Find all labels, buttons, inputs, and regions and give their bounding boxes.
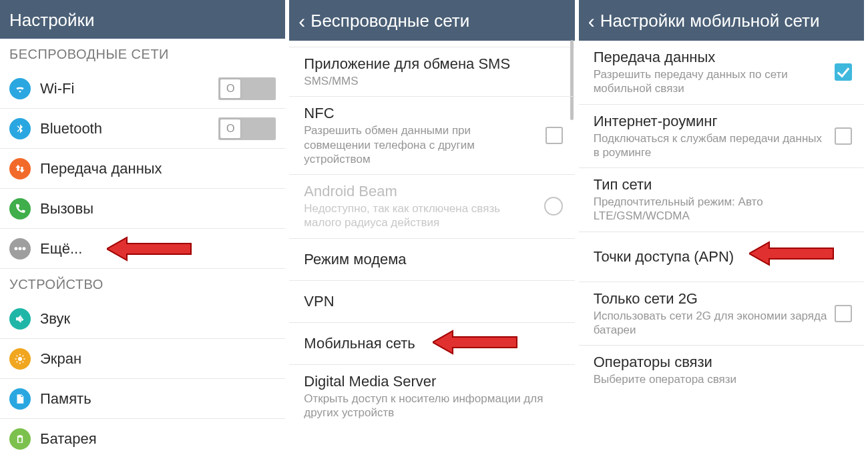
row-sound[interactable]: Звук <box>0 299 285 339</box>
wifi-toggle[interactable]: O <box>218 77 276 100</box>
row-apn[interactable]: Точки доступа (APN) <box>579 232 864 282</box>
screen-icon <box>9 348 31 370</box>
header-mobile[interactable]: ‹ Настройки мобильной сети <box>579 0 864 41</box>
nettype-sub: Предпочтительный режим: Авто LTE/GSM/WCD… <box>594 195 845 223</box>
roaming-title: Интернет-роуминг <box>594 113 828 130</box>
p3-data-title: Передача данных <box>594 49 828 66</box>
bluetooth-toggle[interactable]: O <box>218 117 276 140</box>
more-icon: ••• <box>9 238 31 260</box>
row-sms[interactable]: Приложение для обмена SMS SMS/MMS <box>289 47 574 97</box>
row-nettype[interactable]: Тип сети Предпочтительный режим: Авто LT… <box>579 168 864 232</box>
row-vpn[interactable]: VPN <box>289 281 574 323</box>
dms-title: Digital Media Server <box>304 373 556 390</box>
calls-label: Вызовы <box>40 200 276 217</box>
bluetooth-icon <box>9 118 31 139</box>
beam-title: Android Beam <box>304 183 537 200</box>
row-operators[interactable]: Операторы связи Выберите оператора связи <box>579 346 864 394</box>
mobile-label: Мобильная сеть <box>304 335 415 352</box>
sound-icon <box>9 308 31 330</box>
roaming-sub: Подключаться к службам передачи данных в… <box>594 131 828 160</box>
row-modem[interactable]: Режим модема <box>289 239 574 281</box>
row-bluetooth[interactable]: Bluetooth O <box>0 109 285 149</box>
nfc-checkbox[interactable] <box>546 127 563 144</box>
back-icon[interactable]: ‹ <box>588 11 595 31</box>
op-title: Операторы связи <box>594 354 845 371</box>
wireless-panel: ‹ Беспроводные сети Приложение для обмен… <box>289 0 578 453</box>
apn-label: Точки доступа (APN) <box>594 248 734 265</box>
beam-toggle <box>544 197 563 215</box>
section-device: УСТРОЙСТВО <box>0 269 285 299</box>
sound-label: Звук <box>40 310 276 328</box>
row-dms[interactable]: Digital Media Server Открыть доступ к но… <box>289 365 574 428</box>
roaming-checkbox[interactable] <box>835 127 852 145</box>
row-roaming[interactable]: Интернет-роуминг Подключаться к службам … <box>579 105 864 169</box>
row-2g[interactable]: Только сети 2G Использовать сети 2G для … <box>579 282 864 346</box>
header-wireless[interactable]: ‹ Беспроводные сети <box>289 0 574 41</box>
row-wifi[interactable]: Wi-Fi O <box>0 69 285 109</box>
wifi-label: Wi-Fi <box>40 80 218 97</box>
row-more[interactable]: ••• Ещё... <box>0 229 285 269</box>
svg-point-1 <box>18 357 22 361</box>
memory-label: Память <box>40 390 276 408</box>
header-settings: Настройки <box>0 0 285 39</box>
row-beam: Android Beam Недоступно, так как отключе… <box>289 175 574 239</box>
p3-data-sub: Разрешить передачу данных по сети мобиль… <box>594 67 828 96</box>
data-label: Передача данных <box>40 160 276 177</box>
battery-label: Батарея <box>40 430 276 448</box>
row-data[interactable]: Передача данных <box>0 149 285 189</box>
row-nfc[interactable]: NFC Разрешить обмен данными при совмещен… <box>289 97 574 175</box>
settings-panel: Настройки БЕСПРОВОДНЫЕ СЕТИ Wi-Fi O Blue… <box>0 0 289 453</box>
screen-label: Экран <box>40 350 276 368</box>
nfc-sub: Разрешить обмен данными при совмещении т… <box>304 123 538 166</box>
row-battery[interactable]: Батарея <box>0 419 285 453</box>
section-wireless: БЕСПРОВОДНЫЕ СЕТИ <box>0 39 285 69</box>
sms-sub: SMS/MMS <box>304 74 556 88</box>
p3-data-checkbox[interactable] <box>835 63 852 81</box>
row-screen[interactable]: Экран <box>0 339 285 379</box>
nfc-title: NFC <box>304 105 538 122</box>
memory-icon <box>9 388 31 410</box>
g2-checkbox[interactable] <box>835 305 852 322</box>
svg-marker-2 <box>433 331 517 354</box>
header-title: Настройки <box>9 10 95 31</box>
row-calls[interactable]: Вызовы <box>0 189 285 229</box>
header-title: Беспроводные сети <box>310 11 469 31</box>
beam-sub: Недоступно, так как отключена связь мало… <box>304 201 537 230</box>
back-icon[interactable]: ‹ <box>298 11 305 31</box>
g2-sub: Использовать сети 2G для экономии заряда… <box>594 309 828 338</box>
sms-title: Приложение для обмена SMS <box>304 55 556 73</box>
svg-marker-3 <box>749 242 833 265</box>
wifi-icon <box>9 78 31 99</box>
header-title: Настройки мобильной сети <box>600 11 820 31</box>
call-icon <box>9 198 31 219</box>
dms-sub: Открыть доступ к носителю информации для… <box>304 392 556 420</box>
row-memory[interactable]: Память <box>0 379 285 419</box>
nettype-title: Тип сети <box>594 176 845 193</box>
arrow-annotation-icon <box>433 328 519 357</box>
row-mobile[interactable]: Мобильная сеть <box>289 323 574 365</box>
data-icon <box>9 158 31 179</box>
more-label: Ещё... <box>40 240 276 258</box>
mobile-panel: ‹ Настройки мобильной сети Передача данн… <box>579 0 868 453</box>
bluetooth-label: Bluetooth <box>40 120 218 137</box>
op-sub: Выберите оператора связи <box>594 372 845 386</box>
row-p3-data[interactable]: Передача данных Разрешить передачу данны… <box>579 41 864 105</box>
arrow-annotation-icon <box>749 239 836 268</box>
g2-title: Только сети 2G <box>594 290 828 308</box>
battery-icon <box>9 428 31 450</box>
